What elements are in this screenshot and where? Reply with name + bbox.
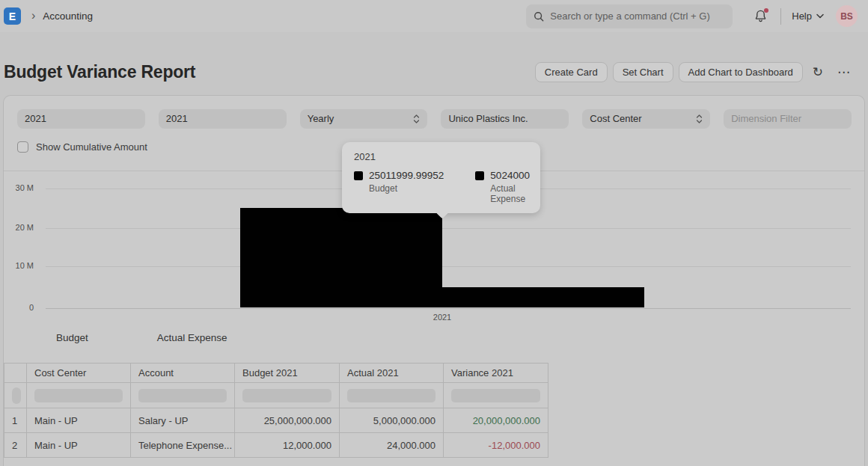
chart-legend: Budget Actual Expense xyxy=(56,332,864,343)
redacted-cell xyxy=(131,383,235,408)
redacted-cell xyxy=(340,383,444,408)
from-fiscal-year-field[interactable]: 2021 xyxy=(17,109,145,129)
user-avatar[interactable]: BS xyxy=(836,5,858,27)
search-input[interactable] xyxy=(550,10,725,22)
period-select[interactable]: Yearly xyxy=(300,109,428,129)
gridline xyxy=(46,228,851,229)
cell-actual[interactable]: 24,000.000 xyxy=(340,433,444,458)
redacted-cell xyxy=(4,383,27,408)
cell-account[interactable]: Telephone Expense... xyxy=(131,433,235,458)
period-value: Yearly xyxy=(308,109,414,129)
redacted-pill xyxy=(138,389,227,402)
y-tick-label: 10 M xyxy=(4,261,34,270)
cell-cost-center[interactable]: Main - UP xyxy=(27,433,131,458)
navbar-divider xyxy=(780,8,781,25)
cell-actual[interactable]: 5,000,000.000 xyxy=(340,408,444,433)
refresh-icon[interactable]: ↻ xyxy=(808,64,828,80)
redacted-pill xyxy=(347,389,435,402)
set-chart-button[interactable]: Set Chart xyxy=(613,62,673,82)
legend-item-actual-expense[interactable]: Actual Expense xyxy=(157,332,227,343)
budget-against-value: Cost Center xyxy=(590,109,696,129)
redacted-cell xyxy=(27,383,131,408)
y-tick-label: 0 xyxy=(4,303,34,312)
help-label: Help xyxy=(792,10,812,22)
actual-expense-bar[interactable] xyxy=(442,287,644,307)
menu-ellipsis-icon[interactable]: ⋯ xyxy=(833,64,855,80)
cell-cost-center[interactable]: Main - UP xyxy=(27,408,131,433)
from-fiscal-year-value: 2021 xyxy=(25,109,138,129)
cell-budget[interactable]: 25,000,000.000 xyxy=(235,408,340,433)
dimension-filter-field[interactable]: Dimension Filter xyxy=(724,109,852,129)
add-chart-to-dashboard-button[interactable]: Add Chart to Dashboard xyxy=(679,62,803,82)
series-marker-icon xyxy=(354,171,363,180)
redacted-cell xyxy=(444,383,548,408)
search-icon xyxy=(534,11,544,22)
to-fiscal-year-value: 2021 xyxy=(166,109,279,129)
table-row[interactable]: 1 Main - UP Salary - UP 25,000,000.000 5… xyxy=(4,408,548,433)
series-marker-icon xyxy=(475,171,484,180)
company-value: Unico Plastics Inc. xyxy=(448,109,561,129)
chart-tooltip: 2021 25011999.99952 Budget 5024000 Actua… xyxy=(342,142,540,213)
budget-bar[interactable] xyxy=(240,208,442,307)
y-tick-label: 30 M xyxy=(4,183,34,192)
legend-item-budget[interactable]: Budget xyxy=(56,332,88,343)
navbar: E › Accounting Help BS xyxy=(0,0,868,32)
report-container: 2021 2021 Yearly Unico Plastics Inc. Cos… xyxy=(3,95,865,466)
redacted-cell xyxy=(235,383,340,408)
page-actions: Create Card Set Chart Add Chart to Dashb… xyxy=(535,62,855,82)
tooltip-actual-label: Actual Expense xyxy=(490,183,530,204)
x-axis-line xyxy=(46,308,851,309)
table-row[interactable]: 2 Main - UP Telephone Expense... 12,000.… xyxy=(4,433,548,458)
header-budget[interactable]: Budget 2021 xyxy=(235,364,340,383)
budget-against-select[interactable]: Cost Center xyxy=(582,109,710,129)
to-fiscal-year-field[interactable]: 2021 xyxy=(159,109,287,129)
notifications-button[interactable] xyxy=(754,9,768,24)
header-variance[interactable]: Variance 2021 xyxy=(444,364,548,383)
select-chevrons-icon xyxy=(413,114,420,123)
tooltip-budget-value: 25011999.99952 xyxy=(369,170,444,181)
redacted-pill xyxy=(451,389,540,402)
breadcrumb[interactable]: Accounting xyxy=(43,10,93,22)
company-field[interactable]: Unico Plastics Inc. xyxy=(441,109,569,129)
tooltip-entry-budget: 25011999.99952 Budget xyxy=(354,170,444,204)
cell-variance[interactable]: -12,000.000 xyxy=(444,433,548,458)
tooltip-entry-actual: 5024000 Actual Expense xyxy=(475,170,530,204)
show-cumulative-label[interactable]: Show Cumulative Amount xyxy=(36,141,147,153)
app-logo-icon[interactable]: E xyxy=(4,7,21,25)
page-title: Budget Variance Report xyxy=(4,62,195,82)
gridline xyxy=(46,266,851,267)
x-tick-label: 2021 xyxy=(433,313,451,322)
redacted-pill xyxy=(242,389,331,402)
tooltip-budget-label: Budget xyxy=(369,183,444,194)
tooltip-title: 2021 xyxy=(354,151,528,162)
help-menu[interactable]: Help xyxy=(792,10,824,22)
dimension-filter-placeholder: Dimension Filter xyxy=(731,109,844,129)
cell-account[interactable]: Salary - UP xyxy=(131,408,235,433)
cell-variance[interactable]: 20,000,000.000 xyxy=(444,408,548,433)
cell-budget[interactable]: 12,000.000 xyxy=(235,433,340,458)
global-search[interactable] xyxy=(526,4,733,28)
chevron-down-icon xyxy=(816,13,824,19)
create-card-button[interactable]: Create Card xyxy=(535,62,608,82)
table-row-redacted xyxy=(4,383,548,408)
select-chevrons-icon xyxy=(696,114,703,123)
breadcrumb-chevron-icon: › xyxy=(31,9,35,22)
header-account[interactable]: Account xyxy=(131,364,235,383)
redacted-pill xyxy=(12,387,21,404)
row-index: 2 xyxy=(4,433,27,458)
header-index xyxy=(4,364,27,383)
filters-row: 2021 2021 Yearly Unico Plastics Inc. Cos… xyxy=(4,96,864,129)
report-table: Cost Center Account Budget 2021 Actual 2… xyxy=(4,363,548,458)
header-cost-center[interactable]: Cost Center xyxy=(27,364,131,383)
tooltip-actual-value: 5024000 xyxy=(490,170,530,181)
page-head: Budget Variance Report Create Card Set C… xyxy=(0,32,868,95)
table-header-row: Cost Center Account Budget 2021 Actual 2… xyxy=(4,364,548,383)
header-actual[interactable]: Actual 2021 xyxy=(340,364,444,383)
redacted-pill xyxy=(34,389,123,402)
show-cumulative-checkbox[interactable] xyxy=(17,141,28,153)
y-tick-label: 20 M xyxy=(4,223,34,232)
notification-dot xyxy=(764,8,768,13)
row-index: 1 xyxy=(4,408,27,433)
